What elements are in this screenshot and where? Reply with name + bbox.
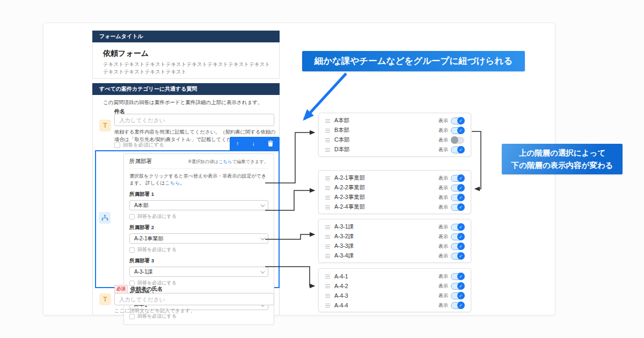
- org-item-label[interactable]: A本部: [334, 117, 438, 124]
- drag-handle-icon[interactable]: [325, 138, 330, 142]
- visibility-toggle[interactable]: ✓: [451, 185, 464, 192]
- common-questions-section-label: すべての案件カテゴリーに共通する質問: [99, 86, 197, 92]
- visibility-toggle[interactable]: ✓: [451, 224, 464, 231]
- drag-handle-icon[interactable]: [325, 284, 330, 288]
- help-suffix: 。: [180, 180, 185, 186]
- org-item-label[interactable]: A-3-1課: [334, 223, 438, 231]
- visibility-toggle[interactable]: [451, 137, 464, 144]
- toggle-knob-icon: ✓: [457, 174, 465, 182]
- department-select-3[interactable]: A-3-1課: [129, 267, 268, 277]
- drag-handle-icon[interactable]: [325, 186, 330, 190]
- org-item-label[interactable]: A-3-4課: [334, 252, 438, 260]
- org-item-label[interactable]: A-3-3課: [334, 243, 438, 250]
- org-item-label[interactable]: A-2-3事業部: [334, 194, 438, 201]
- visibility-toggle[interactable]: ✓: [451, 146, 464, 153]
- trash-icon: [268, 141, 273, 146]
- page-canvas: フォームタイトル 依頼フォーム テキストテキストテキストテキストテキストテキスト…: [0, 0, 644, 338]
- form-title: 依頼フォーム: [103, 49, 149, 58]
- drag-handle-icon[interactable]: [325, 129, 330, 133]
- org-chart-icon: [101, 215, 109, 221]
- visibility-toggle[interactable]: ✓: [451, 283, 464, 290]
- department-required-label-2: 回答を必須にする: [137, 246, 177, 253]
- chevron-down-icon: [260, 202, 265, 207]
- visibility-toggle-label: 表示: [438, 253, 448, 260]
- toggle-knob-icon: [451, 136, 458, 144]
- visibility-toggle[interactable]: ✓: [451, 127, 464, 134]
- drag-handle-icon[interactable]: [325, 254, 330, 258]
- move-up-button[interactable]: ↑: [236, 141, 239, 146]
- department-select-1[interactable]: A本部: [129, 200, 268, 210]
- drag-handle-icon[interactable]: [325, 196, 330, 200]
- org-item-label[interactable]: A-2-2事業部: [334, 184, 438, 192]
- edit-note-link[interactable]: こちら: [218, 159, 232, 164]
- department-required-row-1: 回答を必須にする: [129, 213, 268, 220]
- org-list-item: A-4-4表示✓: [325, 300, 464, 310]
- visibility-toggle[interactable]: ✓: [451, 273, 464, 280]
- org-item-label[interactable]: D本部: [334, 146, 438, 153]
- drag-handle-icon[interactable]: [325, 119, 330, 123]
- visibility-toggle[interactable]: ✓: [451, 292, 464, 299]
- visibility-toggle-label: 表示: [438, 233, 448, 240]
- drag-handle-icon[interactable]: [325, 294, 330, 298]
- visibility-toggle[interactable]: ✓: [451, 204, 464, 211]
- move-down-button[interactable]: ↓: [252, 141, 255, 146]
- org-list-card-level3: A-3-1課表示✓A-3-2課表示✓A-3-3課表示✓A-3-4課表示✓: [318, 219, 471, 263]
- drag-handle-icon[interactable]: [325, 225, 330, 229]
- department-required-label-1: 回答を必須にする: [137, 213, 177, 220]
- org-list-item: A-2-3事業部表示✓: [325, 193, 464, 202]
- org-item-label[interactable]: A-4-3: [334, 292, 438, 299]
- org-list-item: A-3-2課表示✓: [325, 232, 464, 241]
- subject-input[interactable]: [114, 114, 274, 126]
- org-item-label[interactable]: A-4-1: [334, 273, 438, 280]
- toggle-knob-icon: ✓: [457, 252, 465, 260]
- visibility-toggle-label: 表示: [438, 175, 448, 182]
- org-list-card-level1: A本部表示✓B本部表示✓C本部表示D本部表示✓: [318, 113, 471, 157]
- department-select-group-2: 所属部署 2 A-2-1事業部 回答を必須にする: [129, 224, 268, 253]
- department-select-label-2: 所属部署 2: [129, 224, 268, 231]
- drag-handle-icon[interactable]: [325, 275, 330, 278]
- org-item-label[interactable]: A-2-1事業部: [334, 174, 438, 182]
- org-item-label[interactable]: B本部: [334, 127, 438, 134]
- help-prefix: 選択肢をクリックすると並べ替えや表示・非表示の設定ができます。 詳しくは: [129, 173, 266, 186]
- department-select-value-3: A-3-1課: [134, 268, 152, 276]
- org-item-label[interactable]: A-2-4事業部: [334, 203, 438, 211]
- org-item-label[interactable]: A-3-2課: [334, 233, 438, 240]
- org-item-label[interactable]: A-4-2: [334, 283, 438, 289]
- toggle-knob-icon: ✓: [457, 184, 465, 192]
- visibility-toggle[interactable]: ✓: [451, 253, 464, 260]
- toggle-knob-icon: ✓: [457, 127, 465, 134]
- form-title-section-label: フォームタイトル: [99, 33, 143, 39]
- org-list-item: A-4-2表示✓: [325, 281, 464, 291]
- requester-field-description: ここに説明文などを記入できます。: [114, 307, 276, 315]
- department-select-value-1: A本部: [134, 202, 149, 209]
- delete-button[interactable]: [268, 141, 273, 146]
- org-item-label[interactable]: A-4-4: [334, 302, 438, 308]
- visibility-toggle[interactable]: ✓: [451, 117, 464, 124]
- visibility-toggle-label: 表示: [438, 302, 448, 309]
- drag-handle-icon[interactable]: [325, 245, 330, 248]
- visibility-toggle[interactable]: ✓: [451, 302, 464, 309]
- visibility-toggle[interactable]: ✓: [451, 233, 464, 240]
- requester-input[interactable]: [114, 293, 274, 305]
- drag-handle-icon[interactable]: [325, 304, 330, 307]
- chevron-down-icon: [260, 236, 265, 240]
- help-link[interactable]: こちら: [165, 180, 180, 186]
- department-select-2[interactable]: A-2-1事業部: [129, 233, 268, 244]
- org-list-item: A-2-1事業部表示✓: [325, 173, 464, 183]
- drag-handle-icon[interactable]: [325, 205, 330, 209]
- department-required-checkbox-2[interactable]: [129, 247, 135, 253]
- visibility-toggle[interactable]: ✓: [451, 243, 464, 250]
- drag-handle-icon[interactable]: [325, 148, 330, 152]
- visibility-toggle-label: 表示: [438, 292, 448, 299]
- visibility-toggle-label: 表示: [438, 127, 448, 134]
- department-select-group-1: 所属部署 1 A本部 回答を必須にする: [129, 191, 268, 220]
- department-card-header: 所属部署 ※選択肢の値はこちらで編集できます。: [129, 158, 268, 169]
- drag-handle-icon[interactable]: [325, 235, 330, 239]
- subject-required-checkbox[interactable]: [114, 142, 120, 148]
- toggle-knob-icon: ✓: [457, 282, 465, 290]
- department-required-checkbox-1[interactable]: [129, 214, 135, 219]
- drag-handle-icon[interactable]: [325, 177, 330, 180]
- org-item-label[interactable]: C本部: [334, 136, 438, 144]
- visibility-toggle[interactable]: ✓: [451, 194, 464, 201]
- visibility-toggle[interactable]: ✓: [451, 175, 464, 182]
